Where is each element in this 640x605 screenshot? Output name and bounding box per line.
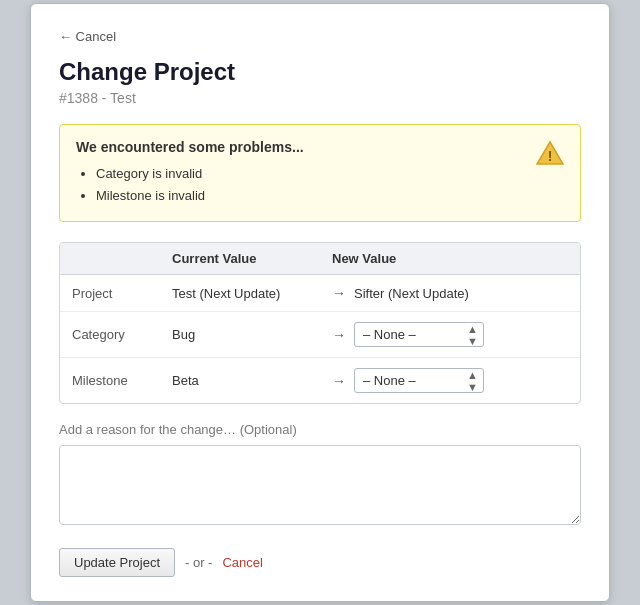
reason-textarea[interactable] [59,445,581,525]
row-new-project: → Sifter (Next Update) [332,285,568,301]
arrow-icon-category: → [332,327,346,343]
error-alert: We encountered some problems... Category… [59,124,581,222]
col-header-new: New Value [332,251,568,266]
row-current-milestone: Beta [172,373,332,388]
top-cancel-link[interactable]: ← Cancel [59,29,116,44]
table-row-category: Category Bug → – None – ▲▼ [60,312,580,358]
warning-icon: ! [536,139,564,167]
milestone-select-wrapper: – None – ▲▼ [354,368,484,393]
footer-separator: - or - [185,555,212,570]
arrow-icon-project: → [332,285,346,301]
alert-error-item: Milestone is invalid [96,185,524,207]
row-label-category: Category [72,327,172,342]
page-title: Change Project [59,58,581,86]
row-current-project: Test (Next Update) [172,286,332,301]
footer-cancel-link[interactable]: Cancel [222,555,262,570]
milestone-select[interactable]: – None – [354,368,484,393]
reason-label: Add a reason for the change… (Optional) [59,422,581,437]
row-new-category: → – None – ▲▼ [332,322,568,347]
col-header-current: Current Value [172,251,332,266]
row-new-project-text: Sifter (Next Update) [354,286,469,301]
category-select-wrapper: – None – ▲▼ [354,322,484,347]
table-row-project: Project Test (Next Update) → Sifter (Nex… [60,275,580,312]
alert-content: We encountered some problems... Category… [76,139,524,207]
form-footer: Update Project - or - Cancel [59,548,581,577]
row-label-milestone: Milestone [72,373,172,388]
change-table: Current Value New Value Project Test (Ne… [59,242,581,404]
page-subtitle: #1388 - Test [59,90,581,106]
row-new-milestone: → – None – ▲▼ [332,368,568,393]
alert-title: We encountered some problems... [76,139,524,155]
arrow-icon-milestone: → [332,373,346,389]
category-select[interactable]: – None – [354,322,484,347]
table-row-milestone: Milestone Beta → – None – ▲▼ [60,358,580,403]
svg-text:!: ! [548,148,553,164]
row-current-category: Bug [172,327,332,342]
table-header: Current Value New Value [60,243,580,275]
update-project-button[interactable]: Update Project [59,548,175,577]
alert-error-item: Category is invalid [96,163,524,185]
change-project-modal: ← Cancel Change Project #1388 - Test We … [30,3,610,602]
col-header-empty [72,251,172,266]
alert-list: Category is invalid Milestone is invalid [76,163,524,207]
row-label-project: Project [72,286,172,301]
reason-section: Add a reason for the change… (Optional) [59,422,581,528]
